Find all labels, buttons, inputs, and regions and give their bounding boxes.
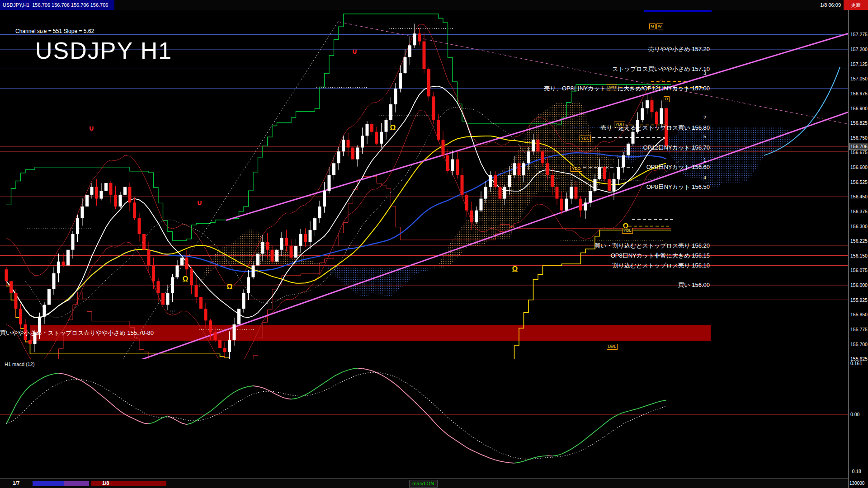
price-axis-label: 155.925: [850, 297, 868, 303]
price-axis-label: 156.900: [850, 106, 868, 111]
pivot-number: 4: [703, 175, 706, 180]
price-axis-label: 156.225: [850, 238, 868, 244]
panel-divider[interactable]: [0, 359, 868, 359]
symbol-info: USDJPY,H1 156.706 156.706 156.706 156.70…: [0, 0, 114, 10]
date-label: 1/7: [13, 480, 19, 486]
current-price-badge: 156.706: [849, 143, 868, 150]
price-annotation: OP8日NYカット非常に大きめ 156.15: [611, 252, 710, 260]
price-axis-label: 155.850: [850, 312, 868, 317]
period-marker-m: M: [649, 23, 656, 29]
page-title: USDJPY H1: [35, 37, 172, 64]
price-annotation: 買い・割り込むとストップロス売り 156.20: [594, 242, 710, 250]
price-axis-label: 156.825: [850, 120, 868, 126]
update-time: 1/8 06:09: [820, 0, 841, 10]
price-axis-label: 156.300: [850, 224, 868, 229]
price-annotation: 買い 156.00: [678, 281, 710, 289]
volume-scale-label: 130000: [849, 481, 864, 486]
price-axis-label: 156.975: [850, 91, 868, 96]
period-marker-ydo: YDO: [571, 166, 582, 172]
price-annotation: 売り、OP8日NYカット非常に大きめ/OP12日NYカット 157.00: [544, 84, 710, 93]
macd-chart[interactable]: [0, 359, 848, 479]
pattern-symbol: ∪: [197, 198, 203, 207]
pattern-symbol: ∪: [352, 47, 358, 56]
price-annotation: OP12日NYカット 156.70: [643, 144, 710, 152]
pattern-symbol: Ω: [512, 265, 518, 273]
price-axis-label: 156.750: [850, 135, 868, 141]
title-bar: USDJPY,H1 156.706 156.706 156.706 156.70…: [0, 0, 868, 10]
period-marker-d: D: [664, 96, 670, 102]
pattern-symbol: Ω: [183, 275, 189, 283]
timeline-segment: [33, 481, 64, 486]
price-axis-label: 156.675: [850, 150, 868, 155]
price-axis-label: 157.050: [850, 76, 868, 81]
macd-toggle-button[interactable]: macd ON: [409, 480, 438, 488]
period-marker-lwl: LWL: [607, 344, 618, 350]
price-annotation: OP8日NYカット 156.60: [646, 163, 710, 171]
price-axis-label: 156.450: [850, 194, 868, 199]
pivot-number: 1: [703, 157, 706, 163]
macd-axis-label: 0.161: [850, 361, 862, 366]
macd-axis-label: -0.18: [850, 469, 861, 474]
price-axis-label: 156.375: [850, 209, 868, 214]
symbol-label: USDJPY,H1: [3, 2, 29, 8]
update-button[interactable]: 更新: [844, 0, 868, 10]
price-axis-label: 156.075: [850, 267, 868, 273]
price-annotation: 割り込むとストップロス売り 156.10: [613, 262, 710, 270]
price-axis-label: 157.125: [850, 61, 868, 67]
period-marker-ydh: YDH: [614, 122, 625, 127]
macd-indicator-label: H1 macd (12): [5, 361, 35, 367]
pivot-number: 2: [703, 115, 706, 120]
macd-axis-label: 0.00: [850, 412, 859, 417]
price-annotation: ストップロス買いやや小さめ 157.10: [612, 65, 710, 73]
price-axis-label: 157.200: [850, 47, 868, 52]
pattern-symbol: ∪: [89, 124, 94, 132]
buy-zone-banner: 買いやや小さめ・ストップロス売りやや小さめ 155.70-80: [0, 329, 154, 337]
price-axis-label: 155.700: [850, 342, 868, 347]
timeline-segment: [64, 481, 89, 486]
price-annotation: OP8日NYカット 156.50: [646, 183, 710, 191]
price-axis[interactable]: 157.275157.200157.125157.050156.975156.9…: [848, 10, 868, 488]
timeline-bar[interactable]: 1/71/8macd ON: [0, 479, 848, 488]
period-marker-lwh: LWH: [606, 84, 617, 90]
trading-app-window: USDJPY,H1 156.706 156.706 156.706 156.70…: [0, 0, 868, 488]
price-axis-label: 156.525: [850, 179, 868, 185]
pivot-number: 5: [703, 134, 706, 139]
date-label: 1/8: [102, 480, 109, 486]
channel-info: Channel size = 551 Slope = 5.62: [15, 28, 94, 34]
price-axis-label: 156.000: [850, 282, 868, 288]
period-marker-ydc: YDC: [580, 136, 591, 141]
price-axis-label: 157.275: [850, 32, 868, 37]
pattern-symbol: Ω: [390, 124, 396, 132]
price-axis-label: 156.150: [850, 253, 868, 258]
period-marker-ydl: YDL: [622, 228, 633, 234]
pivot-number: 3: [703, 70, 706, 76]
quote-values: 156.706 156.706 156.706 156.706: [32, 2, 108, 8]
period-marker-w: W: [656, 23, 663, 29]
price-axis-label: 155.775: [850, 327, 868, 332]
price-axis-label: 156.600: [850, 164, 868, 170]
pattern-symbol: Ω: [227, 283, 233, 291]
price-annotation: 売りやや小さめ 157.20: [648, 45, 710, 53]
